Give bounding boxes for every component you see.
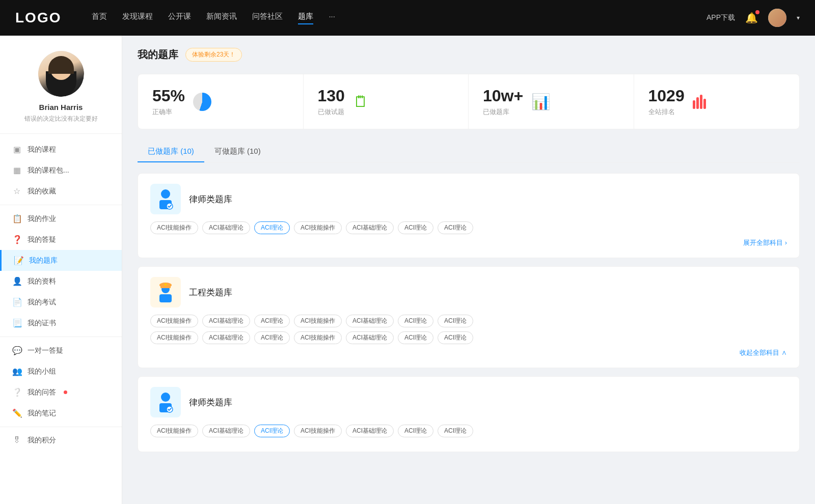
- svg-rect-7: [159, 294, 172, 302]
- certs-label: 我的证书: [28, 319, 56, 328]
- table-icon: 📊: [531, 93, 550, 110]
- eng-tag-2[interactable]: ACI基础理论: [202, 315, 250, 327]
- user-avatar-nav[interactable]: [768, 9, 786, 27]
- eng-tag-3[interactable]: ACI理论: [254, 315, 290, 327]
- menu-divider-3: [0, 427, 122, 427]
- sidebar-item-exams[interactable]: 📄 我的考试: [0, 292, 122, 313]
- stat-ranking-value: 1029: [648, 87, 685, 105]
- exams-icon: 📄: [12, 297, 21, 307]
- sidebar-menu: ▣ 我的课程 ▦ 我的课程包... ☆ 我的收藏 📋 我的作业 ❓ 我的答疑 📝: [0, 134, 122, 456]
- sidebar-item-profile[interactable]: 👤 我的资料: [0, 271, 122, 292]
- sidebar-item-packages[interactable]: ▦ 我的课程包...: [0, 160, 122, 181]
- eng-tag-7[interactable]: ACI理论: [438, 315, 473, 327]
- sidebar-item-courses[interactable]: ▣ 我的课程: [0, 139, 122, 160]
- tag-5[interactable]: ACI基础理论: [346, 221, 394, 234]
- law2-tag-4[interactable]: ACI技能操作: [294, 425, 342, 437]
- bank-name-lawyer-1: 律师类题库: [189, 193, 232, 205]
- nav-more[interactable]: ···: [329, 12, 335, 24]
- law2-tag-1[interactable]: ACI技能操作: [150, 425, 198, 437]
- qna-label: 我的答疑: [28, 235, 56, 244]
- notification-bell[interactable]: 🔔: [745, 12, 758, 24]
- profile-section: Brian Harris 错误的决定比没有决定要好: [0, 36, 122, 134]
- answers-label: 我的问答: [28, 388, 56, 397]
- homework-icon: 📋: [12, 214, 21, 223]
- nav-discover[interactable]: 发现课程: [122, 12, 153, 24]
- profile-icon: 👤: [12, 276, 21, 286]
- courses-label: 我的课程: [28, 145, 56, 154]
- tag-7[interactable]: ACI理论: [438, 221, 473, 234]
- oneonone-label: 一对一答疑: [28, 346, 63, 355]
- sidebar-item-answers[interactable]: ❔ 我的问答: [0, 382, 122, 403]
- app-download-btn[interactable]: APP下载: [707, 13, 735, 22]
- sidebar-item-questions[interactable]: 📝 我的题库: [0, 250, 122, 271]
- eng-tag-1[interactable]: ACI技能操作: [150, 315, 198, 327]
- eng-tag-8[interactable]: ACI技能操作: [150, 331, 198, 344]
- sidebar-item-notes[interactable]: ✏️ 我的笔记: [0, 403, 122, 424]
- tag-4[interactable]: ACI技能操作: [294, 221, 342, 234]
- nav-qna[interactable]: 问答社区: [252, 12, 283, 24]
- sidebar-item-oneonone[interactable]: 💬 一对一答疑: [0, 340, 122, 361]
- tag-2[interactable]: ACI基础理论: [202, 221, 250, 234]
- eng-tag-10[interactable]: ACI理论: [254, 331, 290, 344]
- nav-home[interactable]: 首页: [92, 12, 107, 24]
- expand-link-lawyer-1[interactable]: 展开全部科目 ›: [150, 238, 787, 247]
- sidebar-item-points[interactable]: 🎖 我的积分: [0, 430, 122, 451]
- law2-tag-7[interactable]: ACI理论: [438, 425, 473, 437]
- courses-icon: ▣: [12, 145, 21, 154]
- eng-tag-14[interactable]: ACI理论: [438, 331, 473, 344]
- ranking-bar-chart: [693, 95, 706, 109]
- sidebar-item-qna[interactable]: ❓ 我的答疑: [0, 229, 122, 250]
- bank-name-lawyer-2: 律师类题库: [189, 397, 232, 408]
- svg-point-0: [161, 189, 170, 199]
- user-menu-chevron[interactable]: ▾: [797, 14, 800, 21]
- eng-tag-12[interactable]: ACI基础理论: [346, 331, 394, 344]
- stat-banks-value: 10w+: [483, 87, 523, 105]
- trial-badge: 体验剩余23天！: [185, 48, 242, 62]
- nav-questions[interactable]: 题库: [298, 12, 313, 24]
- page-header: 我的题库 体验剩余23天！: [138, 48, 800, 62]
- law2-tag-5[interactable]: ACI基础理论: [346, 425, 394, 437]
- sidebar-item-groups[interactable]: 👥 我的小组: [0, 361, 122, 382]
- bank-card-lawyer-2-header: 律师类题库: [150, 387, 787, 417]
- tabs-row: 已做题库 (10) 可做题库 (10): [138, 142, 800, 163]
- svg-point-8: [161, 393, 170, 402]
- eng-tag-13[interactable]: ACI理论: [398, 331, 433, 344]
- eng-tag-5[interactable]: ACI基础理论: [346, 315, 394, 327]
- stat-done-info: 130 已做试题: [318, 87, 345, 117]
- eng-tag-4[interactable]: ACI技能操作: [294, 315, 342, 327]
- answers-badge: [64, 390, 67, 394]
- points-icon: 🎖: [12, 436, 21, 445]
- eng-tag-11[interactable]: ACI技能操作: [294, 331, 342, 344]
- law2-tag-6[interactable]: ACI理论: [398, 425, 433, 437]
- navbar: LOGO 首页 发现课程 公开课 新闻资讯 问答社区 题库 ··· APP下载 …: [0, 0, 815, 36]
- stat-accuracy-info: 55% 正确率: [152, 87, 185, 117]
- notes-label: 我的笔记: [28, 409, 56, 418]
- tab-done[interactable]: 已做题库 (10): [138, 142, 204, 162]
- nav-opencourse[interactable]: 公开课: [168, 12, 191, 24]
- stat-done-questions: 130 已做试题 🗒: [304, 74, 469, 129]
- stat-ranking: 1029 全站排名: [634, 74, 800, 129]
- tag-3-active[interactable]: ACI理论: [254, 221, 290, 234]
- tag-1[interactable]: ACI技能操作: [150, 221, 198, 234]
- favorites-icon: ☆: [12, 186, 21, 196]
- law2-tag-3-active[interactable]: ACI理论: [254, 425, 290, 437]
- stat-done-banks: 10w+ 已做题库 📊: [469, 74, 634, 129]
- tab-available[interactable]: 可做题库 (10): [204, 142, 271, 162]
- nav-news[interactable]: 新闻资讯: [206, 12, 237, 24]
- sidebar-item-homework[interactable]: 📋 我的作业: [0, 208, 122, 229]
- profile-name: Brian Harris: [10, 103, 112, 111]
- eng-tag-9[interactable]: ACI基础理论: [202, 331, 250, 344]
- bank-name-engineer: 工程类题库: [189, 287, 232, 298]
- collapse-link-engineer[interactable]: 收起全部科目 ∧: [150, 348, 787, 357]
- eng-tag-6[interactable]: ACI理论: [398, 315, 433, 327]
- stat-ranking-label: 全站排名: [648, 107, 685, 117]
- sidebar-item-certs[interactable]: 📃 我的证书: [0, 313, 122, 333]
- stat-banks-info: 10w+ 已做题库: [483, 87, 523, 117]
- main-content: 我的题库 体验剩余23天！ 55% 正确率 130 已做试题 🗒: [122, 36, 815, 504]
- questions-icon: 📝: [14, 256, 23, 265]
- notes-icon: ✏️: [12, 408, 21, 418]
- sidebar-item-favorites[interactable]: ☆ 我的收藏: [0, 181, 122, 202]
- law2-tag-2[interactable]: ACI基础理论: [202, 425, 250, 437]
- tag-6[interactable]: ACI理论: [398, 221, 433, 234]
- bank-tags-engineer-row1: ACI技能操作 ACI基础理论 ACI理论 ACI技能操作 ACI基础理论 AC…: [150, 315, 787, 327]
